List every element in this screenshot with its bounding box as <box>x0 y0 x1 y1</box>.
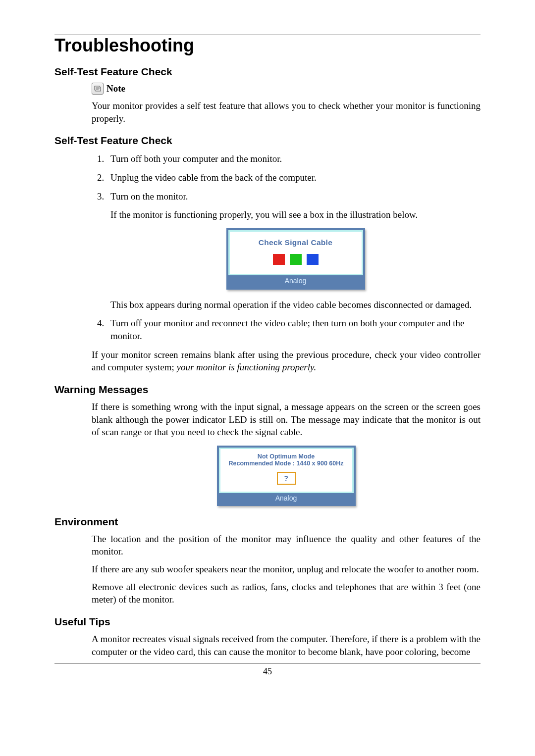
page-title: Troubleshooting <box>54 35 481 56</box>
step-list: Turn off both your computer and the moni… <box>92 152 481 342</box>
section-heading-selftest-2: Self-Test Feature Check <box>54 135 481 147</box>
step-3-after: If the monitor is functioning properly, … <box>110 208 481 221</box>
step-3: Turn on the monitor. If the monitor is f… <box>107 190 481 311</box>
note-label: Note <box>107 83 125 94</box>
illustration-not-optimum: Not Optimum Mode Recommended Mode : 1440… <box>217 446 356 506</box>
tips-p1: A monitor recreates visual signals recei… <box>92 633 481 658</box>
illustration-check-signal: Check Signal Cable Analog <box>226 228 365 290</box>
step-1: Turn off both your computer and the moni… <box>107 152 481 165</box>
step-3-after-box: This box appears during normal operation… <box>110 299 481 311</box>
illustration2-q: ? <box>277 472 296 485</box>
bottom-rule <box>54 663 481 663</box>
warning-text: If there is something wrong with the inp… <box>92 401 481 439</box>
selftest-closing: If your monitor screen remains blank aft… <box>92 349 481 374</box>
step-4-text: Turn off your monitor and reconnect the … <box>110 318 464 341</box>
section-body-warning: If there is something wrong with the inp… <box>92 401 481 506</box>
note-row: Note <box>92 83 481 95</box>
section-heading-tips: Useful Tips <box>54 616 481 628</box>
illustration2-line2: Recommended Mode : 1440 x 900 60Hz <box>224 460 348 467</box>
environment-p1: The location and the position of the mon… <box>92 533 481 558</box>
section-heading-warning: Warning Messages <box>54 384 481 396</box>
section-body-tips: A monitor recreates visual signals recei… <box>92 633 481 658</box>
step-2-text: Unplug the video cable from the back of … <box>110 172 317 183</box>
environment-p2: If there are any sub woofer speakers nea… <box>92 563 481 576</box>
illustration-footer: Analog <box>228 275 363 288</box>
environment-p3: Remove all electronic devices such as ra… <box>92 581 481 606</box>
section-body-selftest-1: Note Your monitor provides a self test f… <box>92 83 481 125</box>
illustration2-footer: Analog <box>219 493 354 504</box>
note-icon <box>92 83 104 95</box>
document-page: Troubleshooting Self-Test Feature Check … <box>0 0 535 756</box>
swatch-green <box>290 254 302 265</box>
step-4: Turn off your monitor and reconnect the … <box>107 317 481 342</box>
section-heading-environment: Environment <box>54 516 481 528</box>
page-number: 45 <box>54 666 481 677</box>
note-text: Your monitor provides a self test featur… <box>92 100 481 125</box>
swatch-blue <box>307 254 319 265</box>
step-1-text: Turn off both your computer and the moni… <box>110 153 282 164</box>
swatch-red <box>273 254 285 265</box>
color-swatches <box>234 254 358 265</box>
step-3-text: Turn on the monitor. <box>110 191 188 202</box>
illustration-msg: Check Signal Cable <box>234 238 358 248</box>
illustration2-line1: Not Optimum Mode <box>224 453 348 460</box>
section-heading-selftest-1: Self-Test Feature Check <box>54 66 481 78</box>
section-body-selftest-2: Turn off both your computer and the moni… <box>92 152 481 374</box>
selftest-closing-italic: your monitor is functioning properly. <box>177 362 317 372</box>
section-body-environment: The location and the position of the mon… <box>92 533 481 606</box>
step-2: Unplug the video cable from the back of … <box>107 171 481 184</box>
